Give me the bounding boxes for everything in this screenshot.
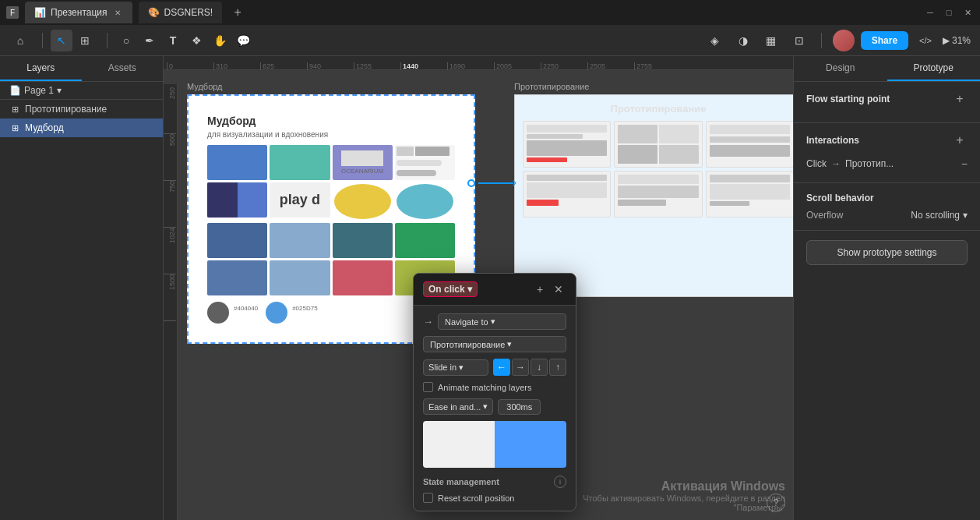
proto-grid [523, 121, 793, 218]
mb-cell-7 [334, 184, 391, 219]
help-button[interactable]: ? [767, 493, 785, 512]
layer-item-proto[interactable]: ⊞ Прототипирование [0, 100, 163, 119]
ruler-tick-940: 940 [307, 62, 354, 70]
animation-arrow: ▾ [459, 363, 464, 373]
destination-row: Прототипирование ▾ [423, 336, 566, 352]
ease-select[interactable]: Ease in and... ▾ [423, 398, 493, 415]
interaction-remove-button[interactable]: − [961, 157, 968, 170]
layout-tool[interactable]: ▦ [760, 30, 782, 51]
dir-left-button[interactable]: ← [493, 359, 510, 376]
layer-item-moodboard[interactable]: ⊞ Мудборд [0, 119, 163, 137]
panel-tab-design[interactable]: Design [794, 56, 887, 81]
canvas-area[interactable]: 0 310 625 940 1255 1440 1690 2005 2250 2… [164, 56, 793, 520]
canvas-content[interactable]: 250 500 750 1024 1500 Мудборд Мудборд дл… [164, 70, 793, 520]
toolbar-separator-3 [821, 33, 822, 48]
windows-activation-desc: Чтобы активировать Windows, перейдите в … [583, 493, 785, 512]
scroll-overflow-row: Overflow No scrolling ▾ [806, 210, 968, 221]
ruler-tick-2250: 2250 [541, 62, 587, 70]
popup-header: On click ▾ + ✕ [414, 274, 576, 306]
comment-tool[interactable]: 💬 [232, 30, 254, 51]
dir-down-button[interactable]: ↓ [531, 359, 548, 376]
tab-icon: 📊 [34, 7, 46, 18]
popup-trigger-label[interactable]: On click ▾ [423, 281, 478, 297]
windows-activation: Активация Windows Чтобы активировать Win… [583, 479, 785, 512]
tab-dsgners[interactable]: 🎨 DSGNERS! [139, 2, 223, 23]
frame-tool[interactable]: ⊞ [74, 30, 96, 51]
proto-page-4 [523, 171, 611, 218]
dir-right-button[interactable]: → [512, 359, 529, 376]
navigate-to-select[interactable]: Navigate to ▾ [438, 313, 566, 330]
text-tool[interactable]: T [162, 30, 184, 51]
code-view-button[interactable]: </> [915, 30, 936, 51]
swatch-label-1: #404040 [234, 305, 258, 324]
scroll-overflow-label: Overflow [806, 210, 843, 221]
select-tool[interactable]: ↖ [51, 30, 72, 51]
proto-frame[interactable]: Прототипирование [514, 94, 793, 297]
minimize-button[interactable]: ─ [924, 6, 936, 19]
play-button[interactable]: ▶ 31% [943, 35, 971, 46]
tab-label: Презентация [51, 7, 108, 18]
animation-row: Slide in ▾ ← → ↓ ↑ [423, 359, 566, 376]
popup-close-button[interactable]: ✕ [551, 281, 566, 297]
sidebar-tab-layers[interactable]: Layers [0, 56, 82, 81]
tab-presentation[interactable]: 📊 Презентация ✕ [25, 2, 132, 23]
crop-tool[interactable]: ⊡ [788, 30, 810, 51]
state-management-header: State management i [423, 476, 566, 488]
interaction-arrow-icon: → [831, 158, 841, 169]
proto-page-3 [706, 121, 793, 168]
hand-tool[interactable]: ✋ [209, 30, 231, 51]
flow-starting-point-add-button[interactable]: + [952, 91, 968, 107]
zoom-level: 31% [952, 35, 971, 46]
pen-tool[interactable]: ✒ [139, 30, 160, 51]
state-management-info-button[interactable]: i [554, 476, 566, 488]
show-prototype-settings-button[interactable]: Show prototype settings [806, 240, 968, 265]
interactions-section: Interactions + Click → Прототип... − [794, 123, 980, 183]
interactions-add-button[interactable]: + [952, 133, 968, 148]
reset-scroll-checkbox[interactable] [423, 493, 433, 503]
animate-matching-checkbox[interactable] [423, 382, 433, 392]
destination-select[interactable]: Прототипирование ▾ [423, 336, 566, 352]
user-avatar [833, 30, 855, 51]
ruler-tick-v-250: 250 [164, 87, 176, 134]
shape-tool[interactable]: ○ [115, 30, 137, 51]
mask-tool[interactable]: ◈ [704, 30, 726, 51]
tab-add-button[interactable]: + [228, 3, 247, 22]
animation-select[interactable]: Slide in ▾ [423, 359, 488, 376]
proto-title: Прототипирование [523, 103, 793, 115]
dir-up-button[interactable]: ↑ [549, 359, 566, 376]
interaction-trigger: Click [806, 158, 827, 169]
popup-container: On click ▾ + ✕ → [413, 273, 576, 511]
popup-add-button[interactable]: + [532, 281, 548, 297]
scroll-overflow-select[interactable]: No scrolling ▾ [911, 210, 968, 221]
contrast-tool[interactable]: ◑ [732, 30, 754, 51]
ruler-ticks: 0 310 625 940 1255 1440 1690 2005 2250 2… [164, 56, 681, 70]
navigate-to-row: → Navigate to ▾ [423, 313, 566, 330]
flow-starting-point-section: Flow starting point + [794, 82, 980, 123]
maximize-button[interactable]: □ [943, 6, 955, 19]
tab-dsgners-label: DSGNERS! [164, 7, 213, 18]
animation-preview [423, 421, 566, 468]
mb-cell-12 [395, 223, 455, 258]
panel-tab-prototype[interactable]: Prototype [887, 56, 981, 81]
share-button[interactable]: Share [861, 31, 908, 50]
swatch-2 [266, 302, 287, 324]
home-tool[interactable]: ⌂ [9, 30, 31, 51]
close-button[interactable]: ✕ [961, 6, 974, 19]
page-selector[interactable]: 📄 Page 1 ▾ [0, 82, 163, 100]
page-icon: 📄 [9, 85, 21, 96]
ruler-tick-v-500: 500 [164, 134, 176, 181]
interaction-destination: Прототип... [845, 158, 957, 169]
page-label: Page 1 [24, 85, 54, 96]
duration-input[interactable]: 300ms [498, 399, 541, 415]
sidebar-tab-assets[interactable]: Assets [82, 56, 164, 81]
direction-buttons: ← → ↓ ↑ [493, 359, 566, 376]
mb-cell-6: play d [270, 182, 330, 218]
tab-close-presentation[interactable]: ✕ [112, 7, 123, 18]
mb-cell-5 [207, 182, 267, 218]
app-icon: F [6, 6, 19, 19]
components-tool[interactable]: ❖ [185, 30, 207, 51]
ruler-tick-2505: 2505 [587, 62, 634, 70]
tool-group-shapes: ○ ✒ T ❖ ✋ 💬 [115, 30, 254, 51]
ruler-tick-1440: 1440 [400, 62, 447, 70]
popup-title: On click ▾ [423, 281, 478, 297]
